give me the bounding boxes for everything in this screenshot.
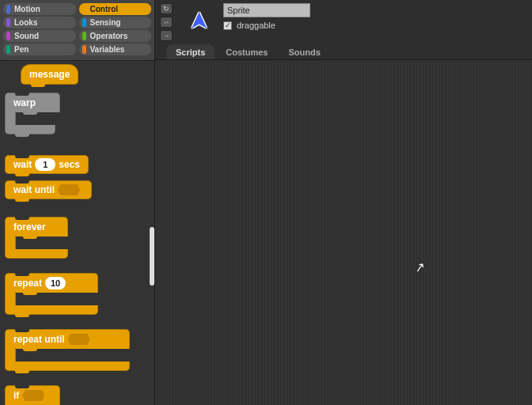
block-label: forever xyxy=(13,221,46,233)
warp-block[interactable]: warp xyxy=(5,93,154,134)
repeat-until-block[interactable]: repeat until xyxy=(5,329,154,371)
cursor-icon: ↖ xyxy=(413,259,426,275)
category-label: Operators xyxy=(90,32,128,40)
category-label: Variables xyxy=(90,45,125,54)
category-swatch xyxy=(82,18,86,27)
category-sound[interactable]: Sound xyxy=(3,30,76,42)
category-label: Looks xyxy=(14,18,37,27)
boolean-slot[interactable] xyxy=(58,184,80,195)
block-label: repeat xyxy=(13,278,42,289)
category-control[interactable]: Control xyxy=(79,3,152,15)
category-motion[interactable]: Motion xyxy=(3,3,76,15)
block-label: wait xyxy=(13,159,32,170)
boolean-slot[interactable] xyxy=(68,334,90,345)
wait-until-block[interactable]: wait until xyxy=(5,180,92,199)
block-label: repeat until xyxy=(13,334,65,345)
category-swatch xyxy=(6,18,10,27)
category-swatch xyxy=(82,5,86,13)
tab-scripts[interactable]: Scripts xyxy=(166,44,215,59)
block-label: message xyxy=(29,69,70,80)
scripting-panel: ↻ ↔ → ➤ .arrow-sprite{transform: rotate(… xyxy=(154,0,532,405)
category-label: Sound xyxy=(14,32,39,40)
category-label: Control xyxy=(90,5,119,13)
block-palette: message warp wait 1 secs xyxy=(0,61,154,405)
category-operators[interactable]: Operators xyxy=(79,30,152,42)
category-label: Pen xyxy=(14,45,28,54)
repeat-value-input[interactable]: 10 xyxy=(45,277,66,290)
sprite-name-input[interactable] xyxy=(223,3,310,17)
category-swatch xyxy=(6,5,10,13)
tab-costumes[interactable]: Costumes xyxy=(216,44,277,59)
wait-value-input[interactable]: 1 xyxy=(35,158,55,171)
if-block[interactable]: if xyxy=(5,385,154,405)
category-swatch xyxy=(82,32,86,40)
scripts-canvas[interactable]: ↖ .cursor{transform: scaleX(-1) rotate(1… xyxy=(155,60,532,405)
category-swatch xyxy=(82,45,86,54)
category-selector: MotionControlLooksSensingSoundOperatorsP… xyxy=(0,0,154,61)
category-label: Motion xyxy=(14,5,40,13)
repeat-block[interactable]: repeat 10 xyxy=(5,273,154,315)
palette-scrollbar[interactable] xyxy=(150,227,154,286)
message-hat-block[interactable]: message xyxy=(21,64,78,85)
block-palette-panel: MotionControlLooksSensingSoundOperatorsP… xyxy=(0,0,154,405)
sprite-header: ↻ ↔ → ➤ .arrow-sprite{transform: rotate(… xyxy=(155,0,532,43)
block-label: secs xyxy=(59,159,80,170)
category-swatch xyxy=(6,45,10,54)
block-label: warp xyxy=(13,97,36,108)
wait-secs-block[interactable]: wait 1 secs xyxy=(5,155,89,174)
category-sensing[interactable]: Sensing xyxy=(79,17,152,28)
sprite-costume-icon: ➤ xyxy=(184,11,212,31)
flip-button[interactable]: ↔ xyxy=(160,17,173,28)
tab-sounds[interactable]: Sounds xyxy=(279,44,329,59)
boolean-slot[interactable] xyxy=(22,390,44,401)
forever-block[interactable]: forever xyxy=(5,217,154,259)
block-label: if xyxy=(13,390,19,401)
editor-tabs: ScriptsCostumesSounds xyxy=(155,43,532,60)
block-label: wait until xyxy=(13,184,55,195)
draggable-checkbox[interactable]: ✓ xyxy=(223,21,232,30)
move-button[interactable]: → xyxy=(160,30,173,41)
category-label: Sensing xyxy=(90,18,121,27)
sprite-thumbnail[interactable]: ➤ xyxy=(180,3,215,38)
draggable-label: draggable xyxy=(237,21,276,30)
category-swatch xyxy=(6,32,10,40)
category-looks[interactable]: Looks xyxy=(3,17,76,28)
rotate-button[interactable]: ↻ xyxy=(160,3,173,14)
category-variables[interactable]: Variables xyxy=(79,44,152,55)
category-pen[interactable]: Pen xyxy=(3,44,76,55)
